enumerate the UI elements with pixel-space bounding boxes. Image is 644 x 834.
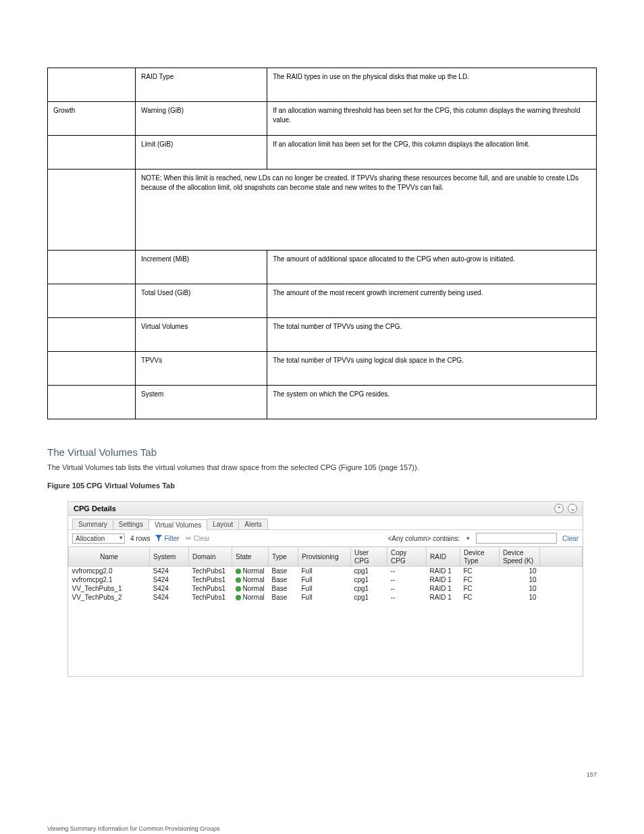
table-cell-filler bbox=[540, 575, 583, 584]
toolbar-clear-label: Clear bbox=[194, 535, 210, 542]
table-cell: RAID 1 bbox=[427, 567, 460, 576]
tab-settings[interactable]: Settings bbox=[113, 519, 149, 529]
param-note-cell: NOTE: When this limit is reached, new LD… bbox=[136, 170, 597, 251]
tab-alerts[interactable]: Alerts bbox=[238, 519, 268, 529]
param-row: GrowthWarning (GiB)If an allocation warn… bbox=[48, 102, 597, 136]
param-cell: Warning (GiB) bbox=[136, 102, 267, 136]
param-cell: The system on which the CPG resides. bbox=[267, 386, 597, 419]
param-row: NOTE: When this limit is reached, new LD… bbox=[48, 170, 597, 251]
table-cell: TechPubs1 bbox=[189, 584, 232, 593]
status-dot-icon bbox=[236, 595, 241, 600]
tab-layout[interactable]: Layout bbox=[207, 519, 239, 529]
status-dot-icon bbox=[236, 577, 241, 583]
param-cell bbox=[48, 68, 136, 102]
parameter-table: RAID TypeThe RAID types in use on the ph… bbox=[47, 68, 597, 419]
eraser-icon bbox=[185, 535, 192, 542]
table-cell: Base bbox=[269, 575, 298, 584]
table-cell: -- bbox=[387, 575, 427, 584]
table-cell: cpg1 bbox=[351, 593, 387, 602]
column-header[interactable]: Copy CPG bbox=[387, 547, 427, 567]
param-cell: If an allocation limit has been set for … bbox=[267, 136, 597, 170]
collapse-up-icon[interactable]: ⌃ bbox=[554, 504, 564, 513]
param-cell: Increment (MiB) bbox=[136, 251, 267, 284]
table-cell: cpg1 bbox=[351, 567, 387, 576]
filter-label: Filter bbox=[164, 535, 179, 542]
tab-summary[interactable]: Summary bbox=[72, 519, 113, 529]
table-cell: -- bbox=[387, 584, 427, 593]
table-cell: RAID 1 bbox=[427, 593, 460, 602]
table-cell: S424 bbox=[150, 567, 189, 576]
allocation-dropdown[interactable]: Allocation bbox=[72, 533, 125, 544]
column-header[interactable]: RAID bbox=[427, 547, 460, 567]
table-cell: FC bbox=[460, 584, 500, 593]
param-cell bbox=[48, 318, 136, 352]
table-cell: -- bbox=[387, 593, 427, 602]
param-cell: The amount of additional space allocated… bbox=[267, 251, 597, 284]
param-cell: Growth bbox=[48, 102, 136, 136]
table-cell: TechPubs1 bbox=[189, 593, 232, 602]
param-cell bbox=[48, 352, 136, 386]
svg-rect-0 bbox=[186, 537, 191, 540]
table-row[interactable]: vvfromcpg2.0S424TechPubs1NormalBaseFullc… bbox=[69, 567, 583, 576]
virtual-volumes-grid: NameSystemDomainStateTypeProvisioningUse… bbox=[68, 546, 583, 602]
param-cell bbox=[48, 386, 136, 419]
table-cell: Full bbox=[298, 575, 351, 584]
param-row: Limit (GiB)If an allocation limit has be… bbox=[48, 136, 597, 170]
param-row: Total Used (GiB)The amount of the most r… bbox=[48, 284, 597, 318]
table-cell: vvfromcpg2.0 bbox=[69, 567, 150, 576]
column-header[interactable]: Name bbox=[69, 547, 150, 567]
clear-link[interactable]: Clear bbox=[562, 535, 579, 542]
status-dot-icon bbox=[236, 569, 241, 574]
grid-empty-space bbox=[68, 602, 583, 676]
filter-button[interactable]: Filter bbox=[155, 535, 179, 542]
table-cell: Normal bbox=[232, 575, 269, 584]
param-cell: RAID Type bbox=[136, 68, 267, 102]
cpg-details-panel: CPG Details ⌃ ⌄ SummarySettingsVirtual V… bbox=[68, 501, 583, 677]
param-row: Virtual VolumesThe total number of TPVVs… bbox=[48, 318, 597, 352]
table-cell: 10 bbox=[500, 584, 540, 593]
param-row: TPVVsThe total number of TPVVs using log… bbox=[48, 352, 597, 386]
param-cell bbox=[48, 284, 136, 318]
panel-title-text: CPG Details bbox=[74, 504, 116, 513]
status-dot-icon bbox=[236, 586, 241, 592]
table-cell: 10 bbox=[500, 593, 540, 602]
tab-virtual-volumes[interactable]: Virtual Volumes bbox=[149, 519, 207, 530]
param-cell: If an allocation warning threshold has b… bbox=[267, 102, 597, 136]
search-input[interactable] bbox=[476, 533, 557, 544]
param-cell: Virtual Volumes bbox=[136, 318, 267, 352]
table-cell-filler bbox=[540, 584, 583, 593]
table-row[interactable]: vvfromcpg2.1S424TechPubs1NormalBaseFullc… bbox=[69, 575, 583, 584]
param-row: SystemThe system on which the CPG reside… bbox=[48, 386, 597, 419]
column-header[interactable]: State bbox=[232, 547, 269, 567]
column-header[interactable]: Type bbox=[269, 547, 298, 567]
table-cell: TechPubs1 bbox=[189, 567, 232, 576]
column-header[interactable]: System bbox=[150, 547, 189, 567]
column-header[interactable]: User CPG bbox=[351, 547, 387, 567]
chevron-down-icon[interactable]: ▼ bbox=[465, 536, 471, 542]
table-cell: Normal bbox=[232, 584, 269, 593]
table-cell: RAID 1 bbox=[427, 584, 460, 593]
table-cell-filler bbox=[540, 567, 583, 576]
table-row[interactable]: VV_TechPubs_2S424TechPubs1NormalBaseFull… bbox=[69, 593, 583, 602]
section-heading: The Virtual Volumes Tab bbox=[47, 446, 597, 458]
table-cell: Base bbox=[269, 567, 298, 576]
section-paragraph: The Virtual Volumes tab lists the virtua… bbox=[47, 462, 597, 473]
table-cell: Full bbox=[298, 584, 351, 593]
param-cell: The RAID types in use on the physical di… bbox=[267, 68, 597, 102]
table-cell: S424 bbox=[150, 584, 189, 593]
column-header[interactable]: Device Type bbox=[460, 547, 500, 567]
column-header[interactable]: Provisioning bbox=[298, 547, 351, 567]
table-cell: cpg1 bbox=[351, 584, 387, 593]
table-cell: FC bbox=[460, 567, 500, 576]
page-root: RAID TypeThe RAID types in use on the ph… bbox=[0, 0, 644, 834]
rows-count-label: 4 rows bbox=[130, 535, 150, 542]
table-row[interactable]: VV_TechPubs_1S424TechPubs1NormalBaseFull… bbox=[69, 584, 583, 593]
column-header[interactable]: Domain bbox=[189, 547, 232, 567]
param-cell: The total number of TPVVs using logical … bbox=[267, 352, 597, 386]
table-cell: VV_TechPubs_1 bbox=[69, 584, 150, 593]
table-cell: TechPubs1 bbox=[189, 575, 232, 584]
table-cell: Normal bbox=[232, 593, 269, 602]
column-header[interactable]: Device Speed (K) bbox=[500, 547, 540, 567]
toolbar-clear-button[interactable]: Clear bbox=[185, 535, 210, 542]
expand-down-icon[interactable]: ⌄ bbox=[568, 504, 577, 513]
